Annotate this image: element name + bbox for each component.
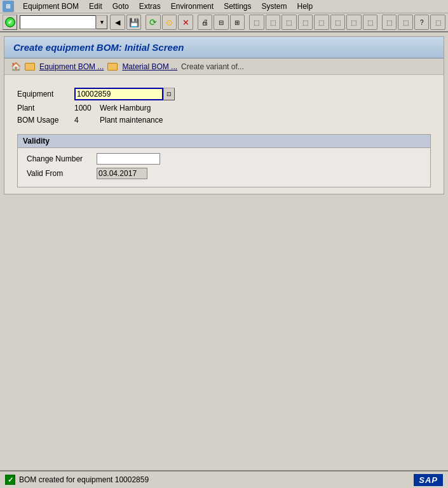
toolbar-btn-4[interactable]: ⬚ [298,15,313,30]
refresh-button[interactable]: ⟳ [146,15,160,30]
bom-usage-label: BOM Usage [17,116,74,125]
bom-usage-code: 4 [74,116,100,125]
menu-item-settings[interactable]: Settings [219,1,256,12]
breadcrumb-create-variant: Create variant of... [181,62,244,71]
status-bar: ✓ BOM created for equipment 10002859 SAP [0,470,448,488]
status-message-area: ✓ BOM created for equipment 10002859 [5,475,149,485]
toolbar-btn-10[interactable]: ⬚ [398,15,412,30]
plant-row: Plant 1000 Werk Hamburg [17,104,431,112]
equipment-lookup-btn[interactable]: ⊡ [163,88,175,100]
change-number-row: Change Number [27,153,421,165]
toolbar-btn-5[interactable]: ⬚ [314,15,329,30]
menu-item-environment[interactable]: Environment [166,1,219,12]
status-text: BOM created for equipment 10002859 [19,475,149,484]
bom-usage-row: BOM Usage 4 Plant maintenance [17,116,431,125]
toolbar: ✓ ▼ ◀ 💾 ⟳ ⊙ ✕ 🖨 ⊟ ⊞ ⬚ ⬚ ⬚ ⬚ ⬚ ⬚ ⬚ ⬚ ⬚ ⬚ … [0,13,448,32]
menu-item-system[interactable]: System [257,1,292,12]
folder-icon-1 [25,63,35,71]
menu-item-equipment-bom[interactable]: Equipment BOM [18,1,84,12]
breadcrumb-bar: 🏠 Equipment BOM ... Material BOM ... Cre… [4,58,444,75]
equipment-input[interactable] [74,88,163,100]
command-field[interactable]: ▼ [20,15,107,29]
toolbar-btn-8[interactable]: ⬚ [363,15,377,30]
page-button2[interactable]: ⊞ [230,15,245,30]
nav-save-button[interactable]: 💾 [126,15,141,30]
validity-header: Validity [18,135,430,148]
menu-item-edit[interactable]: Edit [84,1,107,12]
toolbar-btn-2[interactable]: ⬚ [266,15,280,30]
page-button1[interactable]: ⊟ [214,15,228,30]
validity-section: Validity Change Number Valid From [17,134,431,187]
screen-title: Create equipment BOM: Initial Screen [13,42,184,53]
toolbar-btn-3[interactable]: ⬚ [282,15,296,30]
menu-item-extras[interactable]: Extras [134,1,166,12]
breadcrumb-link-material-bom[interactable]: Material BOM ... [122,62,177,71]
accept-button[interactable]: ✓ [3,15,17,30]
toolbar-btn-11[interactable]: ? [414,15,429,30]
toolbar-btn-9[interactable]: ⬚ [382,15,397,30]
folder-icon-2 [107,63,118,71]
menu-item-goto[interactable]: Goto [107,1,134,12]
plant-name: Werk Hamburg [100,104,151,112]
change-number-input[interactable] [97,153,160,165]
breadcrumb-nav-icon: 🏠 [11,62,21,71]
menu-item-help[interactable]: Help [292,1,318,12]
valid-from-label: Valid From [27,169,97,178]
menu-bar: ⊞ Equipment BOM Edit Goto Extras Environ… [0,0,448,13]
breadcrumb-link-equipment-bom[interactable]: Equipment BOM ... [39,62,104,71]
find-button[interactable]: ⊙ [162,15,177,30]
toolbar-btn-6[interactable]: ⬚ [330,15,345,30]
stop-button[interactable]: ✕ [178,15,193,30]
toolbar-btn-12[interactable]: ⬚ [430,15,445,30]
validity-content: Change Number Valid From [18,148,430,187]
nav-back-button[interactable]: ◀ [110,15,125,30]
sap-logo: SAP [414,474,443,486]
toolbar-btn-1[interactable]: ⬚ [249,15,264,30]
status-check-icon: ✓ [5,475,15,485]
plant-code: 1000 [74,104,100,112]
bom-usage-name: Plant maintenance [100,116,163,125]
toolbar-btn-7[interactable]: ⬚ [346,15,361,30]
valid-from-row: Valid From [27,168,421,179]
print-button[interactable]: 🖨 [198,15,212,30]
equipment-label: Equipment [17,90,74,98]
screen-title-bar: Create equipment BOM: Initial Screen [4,37,444,58]
form-area: Equipment ⊡ Plant 1000 Werk Hamburg BOM … [4,75,444,134]
equipment-row: Equipment ⊡ [17,88,431,100]
valid-from-input[interactable] [97,168,147,179]
plant-label: Plant [17,104,74,112]
main-panel: Create equipment BOM: Initial Screen 🏠 E… [4,36,444,194]
change-number-label: Change Number [27,154,97,163]
app-icon: ⊞ [3,1,14,12]
